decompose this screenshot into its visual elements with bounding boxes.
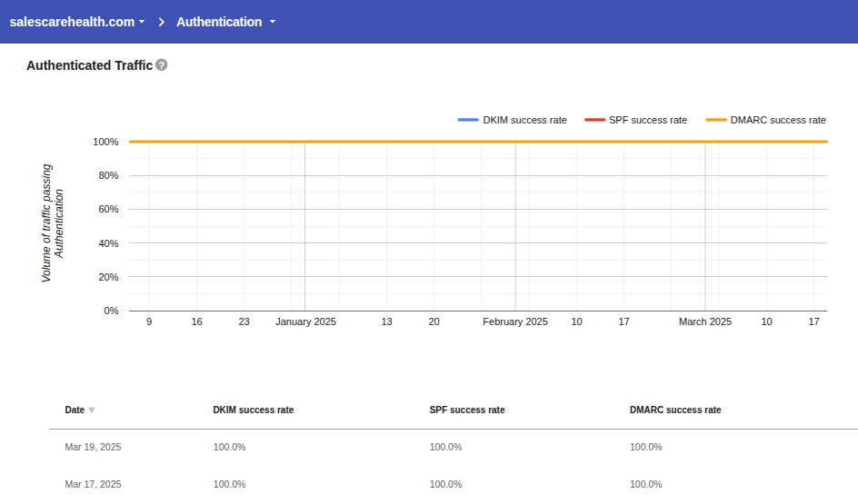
svg-text:DKIM success rate: DKIM success rate (213, 405, 294, 415)
svg-text:9: 9 (146, 316, 152, 327)
svg-text:February 2025: February 2025 (483, 316, 548, 327)
svg-text:23: 23 (238, 316, 249, 327)
svg-text:Authentication: Authentication (176, 15, 262, 29)
svg-text:Date: Date (65, 405, 85, 415)
svg-text:100%: 100% (93, 136, 118, 147)
svg-text:20: 20 (428, 316, 439, 327)
svg-text:20%: 20% (98, 272, 118, 282)
svg-text:100.0%: 100.0% (430, 441, 463, 452)
svg-text:10: 10 (761, 316, 772, 327)
svg-text:100.0%: 100.0% (630, 441, 663, 452)
svg-text:Mar 17, 2025: Mar 17, 2025 (65, 479, 122, 489)
svg-text:10: 10 (571, 316, 582, 327)
svg-text:Authenticated Traffic: Authenticated Traffic (26, 58, 153, 73)
svg-text:0%: 0% (105, 305, 119, 316)
svg-text:March 2025: March 2025 (679, 316, 732, 327)
svg-text:DMARC success rate: DMARC success rate (731, 114, 826, 125)
svg-text:Mar 19, 2025: Mar 19, 2025 (65, 441, 122, 452)
svg-text:80%: 80% (98, 170, 118, 181)
svg-text:100.0%: 100.0% (214, 479, 246, 489)
svg-text:16: 16 (191, 316, 202, 327)
svg-text:100.0%: 100.0% (630, 479, 663, 489)
svg-text:salescarehealth.com: salescarehealth.com (10, 15, 135, 29)
svg-text:DMARC success rate: DMARC success rate (630, 405, 722, 415)
svg-text:January 2025: January 2025 (275, 316, 336, 327)
svg-text:Authentication: Authentication (53, 189, 65, 259)
svg-text:SPF success rate: SPF success rate (609, 114, 687, 125)
svg-text:60%: 60% (98, 203, 118, 214)
svg-text:17: 17 (808, 316, 819, 327)
svg-text:Volume of traffic passing: Volume of traffic passing (40, 163, 53, 282)
svg-text:SPF success rate: SPF success rate (430, 405, 505, 415)
svg-text:13: 13 (381, 316, 392, 327)
svg-text:100.0%: 100.0% (430, 479, 463, 489)
svg-text:DKIM success rate: DKIM success rate (484, 114, 567, 125)
svg-text:100.0%: 100.0% (214, 441, 246, 452)
svg-text:40%: 40% (98, 238, 118, 249)
svg-text:17: 17 (618, 316, 629, 327)
svg-text:?: ? (158, 60, 165, 71)
